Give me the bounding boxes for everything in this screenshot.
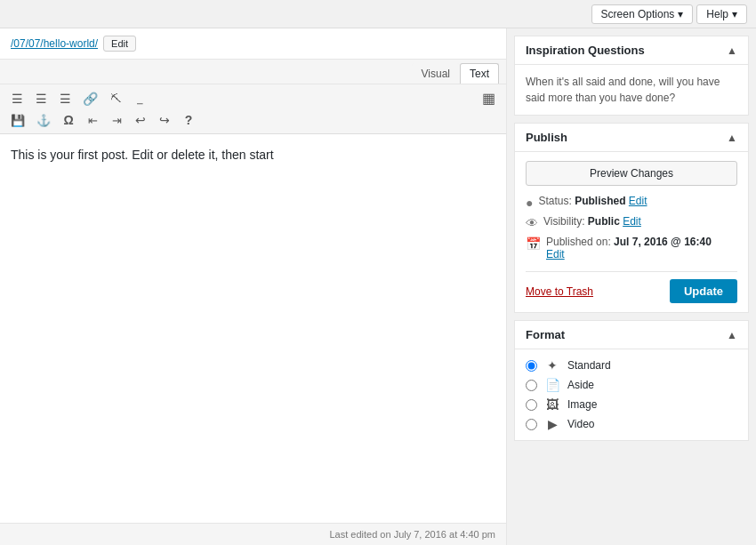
status-icon: ●: [526, 196, 533, 210]
align-left-button[interactable]: ☰: [5, 89, 28, 108]
top-bar: Screen Options ▾ Help ▾: [0, 0, 756, 28]
indent-button[interactable]: ⇥: [105, 111, 128, 130]
publish-status-row: ● Status: Published Edit: [526, 195, 737, 210]
redo-button[interactable]: ↪: [153, 110, 176, 130]
status-edit-link[interactable]: Edit: [629, 195, 647, 207]
video-label: Video: [567, 418, 594, 430]
toolbar-row-2: 💾 ⚓ Ω ⇤ ⇥ ↩ ↪ ?: [5, 110, 501, 130]
permalink-edit-button[interactable]: Edit: [103, 36, 136, 52]
screen-options-label: Screen Options: [601, 8, 675, 20]
video-format-icon: ▶: [544, 417, 560, 431]
permalink-url[interactable]: /07/07/hello-world/: [11, 37, 98, 50]
toolbar-row-1: ☰ ☰ ☰ 🔗 ⛏ ⎯ ▦: [5, 88, 501, 109]
status-label: Status:: [538, 195, 575, 207]
link-button[interactable]: 🔗: [77, 89, 103, 108]
visibility-icon: 👁: [526, 216, 538, 230]
outdent-button[interactable]: ⇤: [81, 111, 104, 130]
publish-panel-toggle-icon: ▲: [727, 132, 737, 144]
undo-button[interactable]: ↩: [129, 110, 152, 130]
move-to-trash-link[interactable]: Move to Trash: [526, 285, 593, 298]
format-option-standard: ✦ Standard: [526, 358, 737, 373]
inspiration-text: When it's all said and done, will you ha…: [526, 74, 737, 106]
hr-button[interactable]: ⎯: [128, 91, 151, 108]
keyboard-shortcuts-button[interactable]: ?: [177, 110, 200, 130]
align-center-button[interactable]: ☰: [29, 89, 52, 108]
publish-panel: Publish ▲ Preview Changes ● Status: Publ…: [514, 123, 749, 313]
aside-label: Aside: [567, 379, 594, 391]
format-panel-body: ✦ Standard 📄 Aside 🖼 Image: [515, 349, 748, 440]
editor-area: /07/07/hello-world/ Edit Visual Text ☰ ☰…: [0, 28, 507, 545]
preview-changes-button[interactable]: Preview Changes: [526, 161, 737, 186]
screen-options-button[interactable]: Screen Options ▾: [591, 4, 694, 24]
save-button[interactable]: 💾: [5, 111, 30, 130]
format-radio-video[interactable]: [526, 419, 537, 430]
help-label: Help: [706, 8, 728, 20]
publish-date-row: 📅 Published on: Jul 7, 2016 @ 16:40Edit: [526, 236, 737, 260]
unlink-button[interactable]: ⛏: [104, 90, 127, 108]
screen-options-arrow-icon: ▾: [678, 8, 683, 20]
format-radio-aside[interactable]: [526, 380, 537, 391]
format-option-video: ▶ Video: [526, 417, 737, 431]
update-button[interactable]: Update: [670, 279, 737, 303]
format-radio-image[interactable]: [526, 399, 537, 411]
publish-date-text: Published on: Jul 7, 2016 @ 16:40Edit: [546, 236, 712, 260]
help-arrow-icon: ▾: [732, 8, 737, 20]
inspiration-panel-toggle-icon: ▲: [727, 44, 737, 57]
editor-toolbar: ☰ ☰ ☰ 🔗 ⛏ ⎯ ▦ 💾 ⚓ Ω ⇤ ⇥ ↩ ↪ ?: [0, 84, 506, 134]
publish-panel-body: Preview Changes ● Status: Published Edit…: [515, 152, 748, 312]
post-content: This is your first post. Edit or delete …: [11, 145, 495, 164]
inspiration-panel-header[interactable]: Inspiration Questions ▲: [515, 36, 748, 65]
format-panel-header[interactable]: Format ▲: [515, 321, 748, 349]
last-edited-text: Last edited on July 7, 2016 at 4:40 pm: [329, 529, 495, 540]
publish-status-text: Status: Published Edit: [538, 195, 647, 207]
format-option-image: 🖼 Image: [526, 397, 737, 412]
publish-panel-title: Publish: [526, 131, 567, 144]
image-format-icon: 🖼: [544, 397, 560, 412]
editor-tabs: Visual Text: [0, 60, 506, 84]
aside-format-icon: 📄: [544, 378, 560, 392]
inspiration-panel-title: Inspiration Questions: [526, 44, 645, 57]
image-label: Image: [567, 398, 597, 411]
standard-format-icon: ✦: [544, 358, 560, 373]
sidebar: Inspiration Questions ▲ When it's all sa…: [507, 28, 756, 545]
special-chars-button[interactable]: Ω: [57, 110, 80, 130]
publish-panel-header[interactable]: Publish ▲: [515, 124, 748, 152]
status-value: Published: [575, 195, 629, 207]
tab-text[interactable]: Text: [460, 63, 499, 84]
format-panel-title: Format: [526, 328, 565, 341]
tab-visual[interactable]: Visual: [412, 63, 460, 84]
format-radio-standard[interactable]: [526, 360, 537, 372]
help-button[interactable]: Help ▾: [696, 4, 747, 24]
editor-footer: Last edited on July 7, 2016 at 4:40 pm: [0, 523, 506, 545]
format-option-aside: 📄 Aside: [526, 378, 737, 392]
format-panel: Format ▲ ✦ Standard 📄 Aside: [514, 320, 749, 441]
standard-label: Standard: [567, 359, 611, 372]
content-area[interactable]: This is your first post. Edit or delete …: [0, 134, 506, 523]
fullscreen-button[interactable]: ▦: [477, 88, 501, 109]
publish-visibility-row: 👁 Visibility: Public Edit: [526, 215, 737, 230]
publish-actions: Move to Trash Update: [526, 271, 737, 303]
permalink-bar: /07/07/hello-world/ Edit: [0, 28, 506, 60]
inspiration-panel: Inspiration Questions ▲ When it's all sa…: [514, 36, 749, 116]
edit-link-button[interactable]: ⚓: [31, 111, 56, 130]
main-layout: /07/07/hello-world/ Edit Visual Text ☰ ☰…: [0, 28, 756, 545]
publish-visibility-text: Visibility: Public Edit: [543, 215, 641, 228]
format-panel-toggle-icon: ▲: [727, 329, 737, 341]
calendar-icon: 📅: [526, 236, 541, 251]
align-right-button[interactable]: ☰: [53, 89, 76, 108]
inspiration-panel-body: When it's all said and done, will you ha…: [515, 65, 748, 115]
format-options: ✦ Standard 📄 Aside 🖼 Image: [526, 358, 737, 431]
